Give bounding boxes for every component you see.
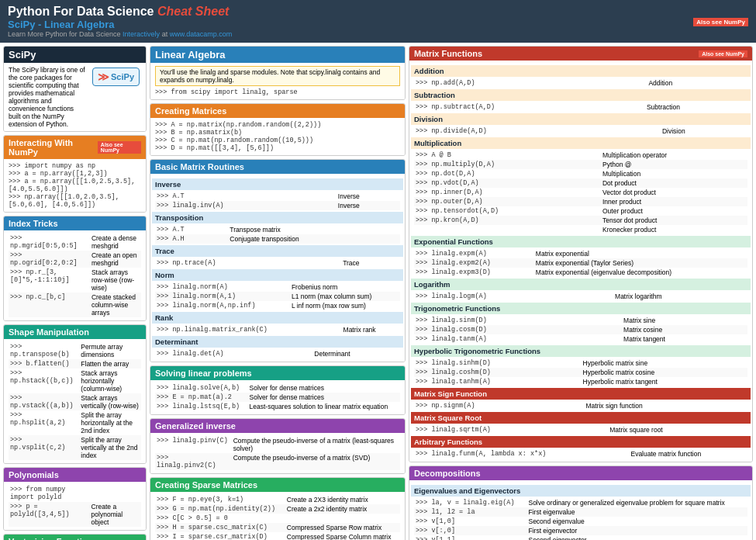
creating-matrices-body: >>> A = np.matrix(np.random.random((2,2)… <box>150 118 405 155</box>
table-row: >>> linalg.pinv2(C)Compute the pseudo-in… <box>155 453 400 470</box>
table-row: >>> np.add(A,D)Addition <box>414 78 747 88</box>
index-tricks-header: Index Tricks <box>4 216 146 230</box>
rank-title: Rank <box>152 312 403 324</box>
gen-inverse-section: Generalized inverse >>> linalg.pinv(C)Co… <box>150 418 406 474</box>
table-row: >>> np.inner(D,A)Vector dot product <box>414 188 747 197</box>
table-row: >>> linalg.inv(A)Inverse <box>155 201 400 210</box>
table-row: >>> np.r_[3,[0]*5,-1:1:10j]Stack arrays … <box>9 268 141 292</box>
index-tricks-section: Index Tricks >>> np.mgrid[0:5,0:5]Create… <box>3 216 147 321</box>
eigenvalues-table: >>> la, v = linalg.eig(A)Solve ordinary … <box>414 498 747 540</box>
shape-header: Shape Manipulation <box>4 325 146 339</box>
logarithm-table: >>> linalg.logm(A)Matrix logarithm <box>414 292 747 301</box>
table-row: >>> A.HConjugate transposition <box>155 234 400 244</box>
table-row: Kronecker product <box>414 225 747 234</box>
division-title: Division <box>411 113 751 125</box>
basic-matrix-body: Inverse >>> A.TInverse >>> linalg.inv(A)… <box>150 174 405 362</box>
table-row: >>> np.vstack((a,b))Stack arrays vertica… <box>9 393 141 410</box>
table-row: >>> np.vdot(D,A)Dot product <box>414 178 747 188</box>
table-row: >>> p = polyld([3,4,5])Create a polynomi… <box>9 502 141 527</box>
creating-sparse-section: Creating Sparse Matrices >>> F = np.eye(… <box>150 477 406 540</box>
basic-matrix-section: Basic Matrix Routines Inverse >>> A.TInv… <box>150 159 406 362</box>
matrix-functions-body: Addition >>> np.add(A,D)Addition Subtrac… <box>409 61 752 462</box>
trig-table: >>> linalg.sinm(D)Matrix sine >>> linalg… <box>414 316 747 344</box>
header: Python For Data Science Cheat Sheet SciP… <box>0 0 756 43</box>
cm-code3: >>> C = np.mat(np.random.random((10,5))) <box>155 137 400 144</box>
table-row: >>> G = np.mat(np.identity(2))Create a 2… <box>155 504 400 514</box>
header-right: Also see NumPy <box>689 18 748 26</box>
table-row: >>> b.flatten()Flatten the array <box>9 359 141 369</box>
sign-title: Matrix Sign Function <box>411 388 751 400</box>
sqrt-title: Matrix Square Root <box>411 412 751 424</box>
table-row: >>> linalg.norm(A)Frobenius norm <box>155 282 400 292</box>
table-row: >>> C[C > 0.5] = 0 <box>155 514 400 523</box>
table-row: >>> linalg.sqrtm(A)Matrix square root <box>414 425 747 434</box>
gen-inverse-header: Generalized inverse <box>150 419 405 433</box>
interacting-also-numpy: Also see NumPy <box>98 141 141 154</box>
scipy-section: SciPy The SciPy library is one of the co… <box>3 46 147 132</box>
table-row: >>> np.signm(A)Matrix sign function <box>414 401 747 410</box>
gen-inverse-table: >>> linalg.pinv(C)Compute the pseudo-inv… <box>155 436 400 470</box>
table-row: >>> linalg.expm3(D)Matrix exponential (e… <box>414 268 747 277</box>
table-row: >>> linalg.det(A)Determinant <box>155 349 400 358</box>
table-row: >>> H = sparse.csc_matrix(C)Compressed S… <box>155 523 400 532</box>
middle-column: Linear Algebra You'll use the linalg and… <box>150 46 406 540</box>
table-row: >>> np.multiply(D,A)Python @ <box>414 160 747 169</box>
interacting-body: >>> import numpy as np >>> a = np.array(… <box>4 159 146 212</box>
table-row: >>> A.TTranspose matrix <box>155 225 400 234</box>
subtitle: SciPy - Linear Algebra <box>8 19 232 30</box>
table-row: >>> linalg.tanm(A)Matrix tangent <box>414 334 747 344</box>
cm-code4: >>> D = np.mat([[3,4], [5,6]]) <box>155 144 400 152</box>
table-row: >>> v[1,0]Second eigenvalue <box>414 517 747 526</box>
table-row: >>> linalg.lstsq(E,b)Least-squares solut… <box>155 402 400 411</box>
interacting-header: Interacting With NumPy Also see NumPy <box>4 136 146 159</box>
interacting-title: Interacting With NumPy <box>9 138 93 157</box>
header-left: Python For Data Science Cheat Sheet SciP… <box>8 5 232 38</box>
solving-linear-header: Solving linear problems <box>150 366 405 380</box>
linear-algebra-section: Linear Algebra You'll use the linalg and… <box>150 46 406 100</box>
transposition-title: Transposition <box>152 212 403 223</box>
table-row: >>> A.TInverse <box>155 192 400 201</box>
tagline: Learn More Python for Data Science Inter… <box>8 30 232 38</box>
import-line: >>> from scipy import linalg, sparse <box>155 88 400 96</box>
table-row: >>> from numpy import polyld <box>9 485 141 502</box>
division-table: >>> np.divide(A,D)Division <box>414 126 747 136</box>
matrix-functions-title: Matrix Functions <box>414 49 482 58</box>
determinant-table: >>> linalg.det(A)Determinant <box>155 349 400 358</box>
logarithm-title: Logarithm <box>411 279 751 290</box>
sign-table: >>> np.signm(A)Matrix sign function <box>414 401 747 410</box>
scipy-logo: ≫ SciPy <box>92 68 140 86</box>
right-column: Matrix Functions Also see NumPy Addition… <box>409 46 753 540</box>
matrix-functions-section: Matrix Functions Also see NumPy Addition… <box>409 46 753 462</box>
table-row: >>> np.c_[b,c]Create stacked column-wise… <box>9 292 141 317</box>
python-text: Python For Data Science <box>8 5 154 18</box>
table-row: >>> np.subtract(A,D)Subtraction <box>414 102 747 112</box>
table-row: >>> np.linalg.matrix_rank(C)Matrix rank <box>155 325 400 334</box>
scipy-description: The SciPy library is one of the core pac… <box>9 66 88 128</box>
sqrt-table: >>> linalg.sqrtm(A)Matrix square root <box>414 425 747 434</box>
solving-linear-section: Solving linear problems >>> linalg.solve… <box>150 365 406 415</box>
linear-algebra-note: You'll use the linalg and sparse modules… <box>150 63 405 99</box>
shape-section: Shape Manipulation >>> np.transpose(b)Pe… <box>3 324 147 464</box>
table-row: >>> np.outer(D,A)Inner product <box>414 197 747 206</box>
table-row: >>> linalg.cosm(D)Matrix cosine <box>414 325 747 334</box>
interacting-section: Interacting With NumPy Also see NumPy >>… <box>3 135 147 213</box>
scipy-body: The SciPy library is one of the core pac… <box>4 63 146 131</box>
creating-matrices-section: Creating Matrices >>> A = np.matrix(np.r… <box>150 103 406 156</box>
trig-title: Trigonometric Functions <box>411 303 751 314</box>
table-row: >>> I = sparse.csr_matrix(D)Compressed S… <box>155 532 400 540</box>
table-row: >>> np.vsplit(c,2)Split the array vertic… <box>9 435 141 460</box>
transposition-table: >>> A.TTranspose matrix >>> A.HConjugate… <box>155 225 400 244</box>
solving-linear-body: >>> linalg.solve(A,b)Solver for dense ma… <box>150 380 405 414</box>
table-row: >>> np.transpose(b)Permute array dimensi… <box>9 342 141 359</box>
table-row: >>> linalg.tanhm(A)Hyperbolic matrix tan… <box>414 377 747 386</box>
rank-table: >>> np.linalg.matrix_rank(C)Matrix rank <box>155 325 400 334</box>
table-row: >>> linalg.sinhm(D)Hyperbolic matrix sin… <box>414 358 747 368</box>
hyperbolic-title: Hyperbolic Trigonometric Functions <box>411 345 751 357</box>
table-row: >>> la, v = linalg.eig(A)Solve ordinary … <box>414 498 747 507</box>
polynomials-header: Polynomials <box>4 468 146 482</box>
solving-linear-table: >>> linalg.solve(A,b)Solver for dense ma… <box>155 383 400 411</box>
shape-table: >>> np.transpose(b)Permute array dimensi… <box>9 342 141 460</box>
vectorizing-section: Vectorizing Functions >>> def myFunc(a):… <box>3 534 147 540</box>
addition-title: Addition <box>411 65 751 77</box>
linear-note-box: You'll use the linalg and sparse modules… <box>155 66 400 86</box>
